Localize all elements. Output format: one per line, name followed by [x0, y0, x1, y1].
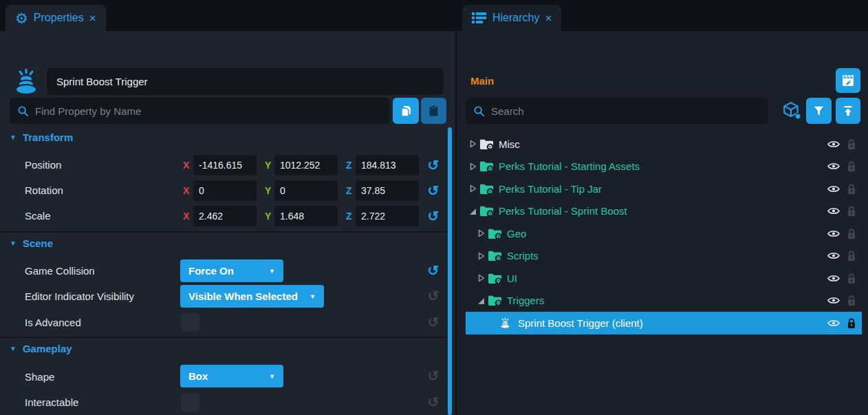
tree-row[interactable]: Misc [466, 133, 862, 156]
position-x-input[interactable] [193, 155, 257, 175]
scale-z-input[interactable] [356, 206, 419, 226]
node-icon [479, 205, 495, 217]
reset-shape-button[interactable]: ↺ [424, 367, 442, 385]
filter-button[interactable] [806, 98, 832, 124]
visibility-eye-icon[interactable] [826, 206, 841, 216]
lock-icon[interactable] [846, 273, 856, 284]
scene-manager-button[interactable] [836, 68, 860, 93]
reset-interactable-button[interactable]: ↺ [424, 393, 442, 411]
lock-icon[interactable] [846, 250, 856, 262]
export-button[interactable] [836, 98, 860, 124]
reset-game-collision-button[interactable]: ↺ [424, 262, 442, 279]
folder-icon [488, 250, 502, 262]
reset-scale-button[interactable]: ↺ [424, 207, 442, 225]
visibility-eye-icon[interactable] [826, 251, 841, 261]
axis-x-label: X [183, 211, 193, 222]
axis-x-label: X [183, 185, 193, 196]
indicator-visibility-dropdown[interactable]: Visible When Selected ▼ [180, 285, 324, 308]
shape-dropdown[interactable]: Box ▼ [180, 365, 283, 387]
expand-arrow-icon[interactable] [475, 251, 486, 261]
close-icon[interactable]: × [545, 12, 552, 24]
properties-scrollbar[interactable] [448, 127, 452, 415]
folder-icon [488, 295, 502, 306]
properties-tabbar: ⚙ Properties × [0, 0, 455, 31]
hierarchy-body: Main [457, 31, 868, 415]
visibility-eye-icon[interactable] [826, 161, 841, 171]
section-transform-header[interactable]: ▼ Transform [10, 131, 73, 143]
interactable-checkbox[interactable] [181, 393, 199, 412]
reset-indicator-button[interactable]: ↺ [424, 287, 442, 305]
scale-x-input[interactable] [193, 206, 257, 226]
tree-row[interactable]: Perks Tutorial - Sprint Boost [466, 200, 862, 223]
close-icon[interactable]: × [89, 12, 96, 24]
visibility-eye-icon[interactable] [826, 139, 841, 149]
reset-is-advanced-button[interactable]: ↺ [424, 313, 442, 331]
lock-icon[interactable] [846, 205, 856, 217]
game-collision-dropdown[interactable]: Force On ▼ [180, 259, 283, 282]
folder-icon [479, 205, 494, 217]
property-search-input[interactable] [35, 105, 382, 117]
lock-icon[interactable] [846, 228, 856, 240]
tab-properties[interactable]: ⚙ Properties × [6, 5, 106, 31]
paste-properties-button[interactable] [421, 98, 446, 124]
visibility-eye-icon[interactable] [826, 295, 841, 306]
visibility-eye-icon[interactable] [826, 273, 841, 284]
is-advanced-label: Is Advanced [25, 317, 81, 328]
game-collision-label: Game Collision [25, 265, 95, 277]
lock-icon[interactable] [846, 138, 856, 150]
dropdown-value: Visible When Selected [188, 290, 303, 302]
rotation-x-input[interactable] [193, 180, 257, 201]
lock-icon[interactable] [846, 183, 856, 195]
lock-icon[interactable] [846, 160, 856, 172]
hierarchy-panel: Hierarchy × Main [457, 0, 868, 415]
object-name-input[interactable] [47, 68, 444, 95]
properties-body: ▼ Transform Position X Y Z ↺ Rotation X … [0, 31, 455, 415]
tree-row-label: Perks Tutorial - Sprint Boost [499, 205, 826, 217]
tree-row[interactable]: Triggers [466, 290, 862, 312]
hierarchy-search-input[interactable] [491, 105, 761, 117]
visibility-eye-icon[interactable] [826, 318, 841, 328]
tab-hierarchy[interactable]: Hierarchy × [462, 5, 561, 31]
section-scene-header[interactable]: ▼ Scene [10, 237, 53, 249]
tree-row[interactable]: Geo [466, 222, 862, 245]
indicator-visibility-label: Editor Indicator Visibility [25, 290, 134, 302]
interactable-label: Interactable [25, 396, 78, 408]
tree-row[interactable]: Scripts [466, 245, 862, 268]
tree-row-label: Triggers [507, 295, 826, 306]
expand-arrow-icon[interactable] [475, 296, 486, 306]
visibility-eye-icon[interactable] [826, 184, 841, 194]
expand-arrow-icon[interactable] [475, 273, 486, 283]
lock-icon[interactable] [846, 295, 856, 306]
rotation-z-input[interactable] [356, 180, 419, 201]
asset-cube-icon[interactable] [781, 101, 802, 120]
tree-row[interactable]: Perks Tutorial - Starting Assets [466, 156, 862, 178]
lock-icon[interactable] [846, 317, 856, 329]
reset-position-button[interactable]: ↺ [424, 156, 442, 174]
tree-row[interactable]: Sprint Boost Trigger (client) [466, 312, 862, 334]
rotation-y-input[interactable] [274, 180, 338, 201]
copy-properties-button[interactable] [393, 98, 419, 124]
node-icon [479, 160, 495, 172]
expand-arrow-icon[interactable] [467, 184, 478, 193]
node-icon [488, 228, 503, 240]
expand-arrow-icon[interactable] [467, 139, 478, 149]
position-y-input[interactable] [274, 155, 338, 175]
tree-row-label: Scripts [507, 250, 826, 262]
folder-icon [479, 138, 494, 150]
tree-row[interactable]: UI [466, 267, 862, 290]
expand-arrow-icon[interactable] [475, 228, 486, 238]
node-icon [499, 317, 514, 330]
expand-arrow-icon[interactable] [467, 162, 478, 171]
axis-x-label: X [183, 160, 193, 171]
node-icon [479, 183, 495, 195]
axis-y-label: Y [265, 185, 274, 196]
section-gameplay-header[interactable]: ▼ Gameplay [10, 343, 72, 354]
position-z-input[interactable] [356, 155, 419, 175]
reset-rotation-button[interactable]: ↺ [424, 182, 442, 200]
expand-arrow-icon[interactable] [467, 206, 478, 216]
visibility-eye-icon[interactable] [826, 228, 841, 239]
tree-row[interactable]: Perks Tutorial - Tip Jar [466, 178, 862, 200]
scale-y-input[interactable] [274, 206, 338, 226]
upload-arrow-icon [841, 104, 855, 118]
is-advanced-checkbox[interactable] [181, 313, 199, 332]
